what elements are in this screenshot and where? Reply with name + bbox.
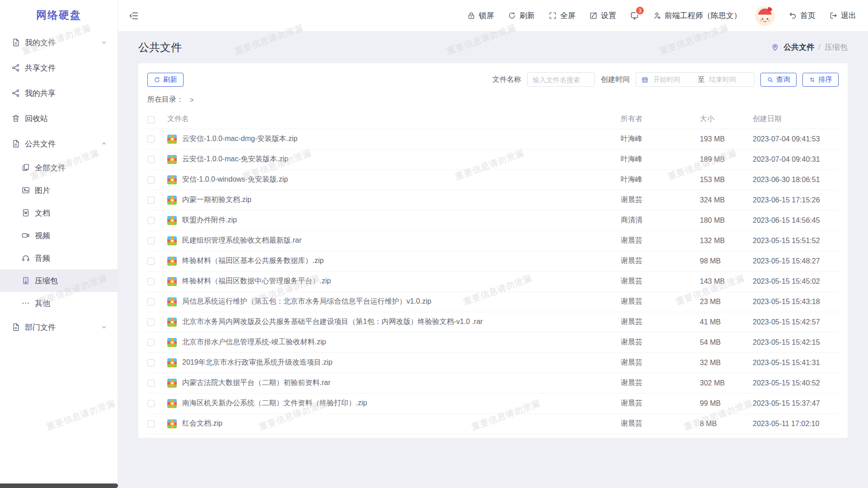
zip-icon: [21, 276, 30, 285]
row-checkbox[interactable]: [147, 278, 155, 285]
table-row[interactable]: 终验材料（福田区数据中心管理服务平台）.zip 谢晨芸 143 MB 2023-…: [147, 271, 839, 291]
sidebar-item-shared-files[interactable]: 共享文件: [0, 55, 118, 80]
zip-file-icon: [167, 135, 177, 144]
sort-button[interactable]: 排序: [802, 73, 839, 87]
row-checkbox[interactable]: [147, 156, 155, 163]
table-row[interactable]: 内蒙一期初验文档.zip 谢晨芸 324 MB 2023-06-15 17:15…: [147, 190, 839, 210]
sidebar-item-label: 压缩包: [35, 276, 58, 286]
table-row[interactable]: 民建组织管理系统验收文档最新版.rar 谢晨芸 132 MB 2023-05-1…: [147, 230, 839, 251]
sidebar-item-images[interactable]: 图片: [0, 179, 118, 202]
date-range-to-label: 至: [698, 75, 705, 84]
table-row[interactable]: 云安信-1.0.0-mac-dmg-安装版本.zip 叶海峰 193 MB 20…: [147, 129, 839, 149]
file-name[interactable]: 民建组织管理系统验收文档最新版.rar: [182, 236, 302, 245]
user-avatar[interactable]: [755, 6, 775, 26]
logout-button[interactable]: 退出: [829, 10, 856, 21]
table-row[interactable]: 红会文档.zip 谢晨芸 8 MB 2023-05-11 17:02:10: [147, 413, 839, 434]
home-button[interactable]: 首页: [788, 10, 816, 21]
sidebar-item-label: 音频: [35, 253, 50, 263]
file-name[interactable]: 北京市水务局内网改版及公共服务基础平台建设项目（第1包：内网改版）终验验文档-v…: [182, 317, 483, 327]
row-checkbox[interactable]: [147, 319, 155, 326]
file-name[interactable]: 云安信-1.0.0-mac-dmg-安装版本.zip: [182, 134, 297, 144]
table-row[interactable]: 2019年北京市水行政审批系统升级改造项目.zip 谢晨芸 32 MB 2023…: [147, 352, 839, 373]
row-checkbox[interactable]: [147, 136, 155, 143]
row-checkbox[interactable]: [147, 298, 155, 305]
row-checkbox[interactable]: [147, 237, 155, 244]
date-range-picker[interactable]: 开始时间 至 结束时间: [636, 72, 755, 87]
sidebar-item-department-files[interactable]: 部门文件: [0, 314, 118, 340]
table-row[interactable]: 终验材料（福田区基本公共服务数据库）.zip 谢晨芸 98 MB 2023-05…: [147, 251, 839, 271]
file-name[interactable]: 南海区机关新办公系统（二期）文件资料（终验打印）.zip: [182, 399, 367, 408]
table-row[interactable]: 局信息系统运行维护（第五包：北京市水务局综合信息平台运行维护）v1.0.zip …: [147, 291, 839, 312]
select-all-checkbox[interactable]: [147, 116, 155, 123]
sidebar-item-audio[interactable]: 音频: [0, 247, 118, 269]
file-name[interactable]: 局信息系统运行维护（第五包：北京市水务局综合信息平台运行维护）v1.0.zip: [182, 297, 431, 306]
file-name[interactable]: 北京市排水户信息管理系统-竣工验收材料.zip: [182, 338, 326, 347]
file-name[interactable]: 2019年北京市水行政审批系统升级改造项目.zip: [182, 358, 333, 367]
row-checkbox[interactable]: [147, 197, 155, 204]
file-name[interactable]: 终验材料（福田区基本公共服务数据库）.zip: [182, 256, 324, 266]
fullscreen-button[interactable]: 全屏: [548, 10, 576, 21]
row-checkbox[interactable]: [147, 420, 155, 427]
sidebar-collapse-icon[interactable]: [129, 11, 139, 21]
notifications-button[interactable]: 3: [630, 11, 639, 20]
horizontal-scrollbar-thumb[interactable]: [0, 483, 118, 488]
file-size: 132 MB: [700, 230, 753, 251]
table-row[interactable]: 联盟办件附件.zip 商清清 180 MB 2023-06-15 14:56:4…: [147, 210, 839, 230]
file-owner: 谢晨芸: [621, 230, 700, 251]
sidebar-item-others[interactable]: 其他: [0, 292, 118, 314]
query-button[interactable]: 查询: [760, 73, 797, 87]
row-checkbox[interactable]: [147, 380, 155, 387]
breadcrumb-root[interactable]: 公共文件: [783, 42, 814, 52]
sidebar-item-videos[interactable]: 视频: [0, 224, 118, 247]
home-label: 首页: [800, 10, 816, 21]
table-row[interactable]: 云安信-1.0.0-mac-免安装版本.zip 叶海峰 189 MB 2023-…: [147, 149, 839, 169]
zip-file-icon: [167, 379, 177, 388]
sidebar-item-archives[interactable]: 压缩包: [0, 269, 118, 292]
start-date-placeholder[interactable]: 开始时间: [653, 75, 693, 84]
file-size: 324 MB: [700, 190, 753, 210]
file-name[interactable]: 内蒙一期初验文档.zip: [182, 195, 251, 205]
table-row[interactable]: 南海区机关新办公系统（二期）文件资料（终验打印）.zip 谢晨芸 99 MB 2…: [147, 393, 839, 413]
sidebar-item-my-shares[interactable]: 我的共享: [0, 80, 118, 106]
sidebar-item-my-files[interactable]: 我的文件: [0, 30, 118, 55]
fullscreen-icon: [548, 11, 557, 20]
directory-arrow[interactable]: >: [190, 96, 194, 103]
file-name[interactable]: 云安信-1.0.0-mac-免安装版本.zip: [182, 155, 288, 164]
sidebar-item-recycle-bin[interactable]: 回收站: [0, 106, 118, 131]
file-date: 2023-06-30 18:06:51: [753, 169, 839, 190]
create-time-filter-label: 创建时间: [601, 75, 630, 84]
file-size: 54 MB: [700, 332, 753, 352]
file-date: 2023-07-04 09:40:31: [753, 149, 839, 169]
settings-button[interactable]: 设置: [589, 10, 616, 21]
file-name[interactable]: 终验材料（福田区数据中心管理服务平台）.zip: [182, 277, 331, 286]
sidebar-item-all-files[interactable]: 全部文件: [0, 156, 118, 179]
refresh-button[interactable]: 刷新: [508, 10, 535, 21]
chevron-down-icon: [100, 324, 108, 331]
list-refresh-button[interactable]: 刷新: [147, 73, 184, 87]
row-checkbox[interactable]: [147, 176, 155, 183]
sidebar: 网络硬盘 我的文件 共享文件 我的共享 回收站 公共文件: [0, 0, 118, 488]
column-header-filename: 文件名: [167, 110, 621, 129]
file-name[interactable]: 联盟办件附件.zip: [182, 216, 237, 225]
user-menu[interactable]: 前端工程师（陈思文）: [653, 10, 741, 21]
row-checkbox[interactable]: [147, 217, 155, 224]
row-checkbox[interactable]: [147, 400, 155, 407]
row-checkbox[interactable]: [147, 339, 155, 346]
row-checkbox[interactable]: [147, 258, 155, 265]
table-row[interactable]: 北京市排水户信息管理系统-竣工验收材料.zip 谢晨芸 54 MB 2023-0…: [147, 332, 839, 352]
file-name[interactable]: 内蒙古法院大数据平台（二期）初验前资料.rar: [182, 378, 330, 388]
table-row[interactable]: 北京市水务局内网改版及公共服务基础平台建设项目（第1包：内网改版）终验验文档-v…: [147, 312, 839, 332]
sidebar-item-documents[interactable]: 文档: [0, 202, 118, 224]
row-checkbox[interactable]: [147, 359, 155, 366]
file-name-search-input[interactable]: [527, 72, 595, 87]
document-icon: [11, 139, 20, 148]
end-date-placeholder[interactable]: 结束时间: [709, 75, 750, 84]
logout-label: 退出: [841, 10, 856, 21]
sidebar-item-public-files[interactable]: 公共文件: [0, 131, 118, 156]
file-name[interactable]: 安信-1.0.0-windows-免安装版.zip: [182, 175, 288, 184]
table-row[interactable]: 安信-1.0.0-windows-免安装版.zip 叶海峰 153 MB 202…: [147, 169, 839, 190]
table-row[interactable]: 内蒙古法院大数据平台（二期）初验前资料.rar 谢晨芸 302 MB 2023-…: [147, 373, 839, 393]
file-name[interactable]: 红会文档.zip: [182, 419, 222, 428]
lock-screen-button[interactable]: 锁屏: [467, 10, 494, 21]
file-owner: 谢晨芸: [621, 413, 700, 434]
